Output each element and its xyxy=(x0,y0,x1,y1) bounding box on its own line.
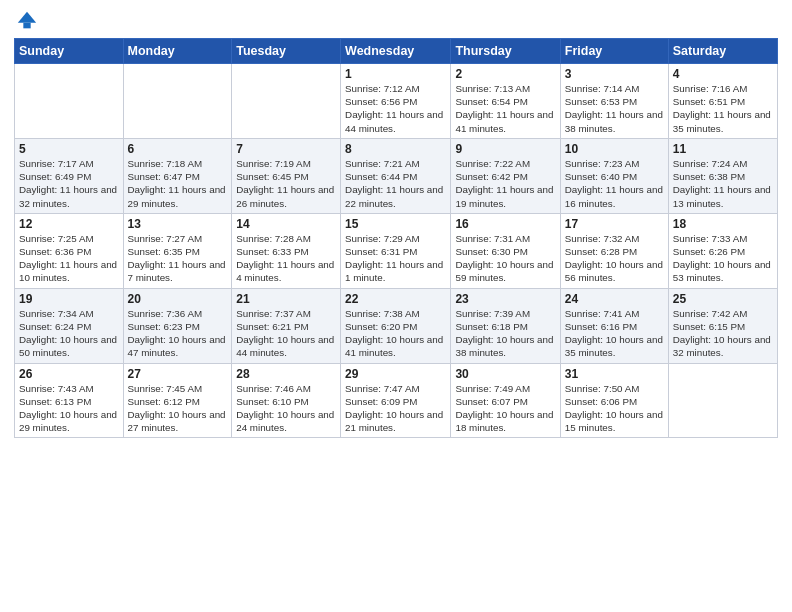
day-number: 23 xyxy=(455,292,555,306)
calendar-cell: 25Sunrise: 7:42 AM Sunset: 6:15 PM Dayli… xyxy=(668,288,777,363)
day-info: Sunrise: 7:14 AM Sunset: 6:53 PM Dayligh… xyxy=(565,82,664,135)
day-info: Sunrise: 7:50 AM Sunset: 6:06 PM Dayligh… xyxy=(565,382,664,435)
calendar-header-monday: Monday xyxy=(123,39,232,64)
day-info: Sunrise: 7:19 AM Sunset: 6:45 PM Dayligh… xyxy=(236,157,336,210)
calendar-cell: 17Sunrise: 7:32 AM Sunset: 6:28 PM Dayli… xyxy=(560,213,668,288)
calendar-header-tuesday: Tuesday xyxy=(232,39,341,64)
day-info: Sunrise: 7:43 AM Sunset: 6:13 PM Dayligh… xyxy=(19,382,119,435)
calendar-week-row: 19Sunrise: 7:34 AM Sunset: 6:24 PM Dayli… xyxy=(15,288,778,363)
day-info: Sunrise: 7:22 AM Sunset: 6:42 PM Dayligh… xyxy=(455,157,555,210)
calendar-cell xyxy=(232,64,341,139)
calendar-cell: 4Sunrise: 7:16 AM Sunset: 6:51 PM Daylig… xyxy=(668,64,777,139)
logo xyxy=(14,14,38,32)
calendar-cell: 16Sunrise: 7:31 AM Sunset: 6:30 PM Dayli… xyxy=(451,213,560,288)
calendar-cell: 5Sunrise: 7:17 AM Sunset: 6:49 PM Daylig… xyxy=(15,138,124,213)
day-number: 12 xyxy=(19,217,119,231)
day-number: 11 xyxy=(673,142,773,156)
day-number: 15 xyxy=(345,217,446,231)
day-number: 7 xyxy=(236,142,336,156)
day-info: Sunrise: 7:12 AM Sunset: 6:56 PM Dayligh… xyxy=(345,82,446,135)
day-number: 5 xyxy=(19,142,119,156)
calendar-cell: 27Sunrise: 7:45 AM Sunset: 6:12 PM Dayli… xyxy=(123,363,232,438)
calendar-cell: 7Sunrise: 7:19 AM Sunset: 6:45 PM Daylig… xyxy=(232,138,341,213)
calendar-cell: 15Sunrise: 7:29 AM Sunset: 6:31 PM Dayli… xyxy=(341,213,451,288)
day-number: 2 xyxy=(455,67,555,81)
day-info: Sunrise: 7:32 AM Sunset: 6:28 PM Dayligh… xyxy=(565,232,664,285)
calendar-cell xyxy=(123,64,232,139)
day-number: 1 xyxy=(345,67,446,81)
day-number: 10 xyxy=(565,142,664,156)
day-info: Sunrise: 7:41 AM Sunset: 6:16 PM Dayligh… xyxy=(565,307,664,360)
day-number: 3 xyxy=(565,67,664,81)
calendar-cell xyxy=(668,363,777,438)
day-number: 8 xyxy=(345,142,446,156)
day-number: 4 xyxy=(673,67,773,81)
day-number: 25 xyxy=(673,292,773,306)
calendar-week-row: 26Sunrise: 7:43 AM Sunset: 6:13 PM Dayli… xyxy=(15,363,778,438)
calendar-week-row: 12Sunrise: 7:25 AM Sunset: 6:36 PM Dayli… xyxy=(15,213,778,288)
day-number: 28 xyxy=(236,367,336,381)
calendar-cell: 20Sunrise: 7:36 AM Sunset: 6:23 PM Dayli… xyxy=(123,288,232,363)
calendar-cell: 30Sunrise: 7:49 AM Sunset: 6:07 PM Dayli… xyxy=(451,363,560,438)
calendar-cell: 21Sunrise: 7:37 AM Sunset: 6:21 PM Dayli… xyxy=(232,288,341,363)
calendar-header-saturday: Saturday xyxy=(668,39,777,64)
calendar-cell xyxy=(15,64,124,139)
day-info: Sunrise: 7:39 AM Sunset: 6:18 PM Dayligh… xyxy=(455,307,555,360)
day-info: Sunrise: 7:38 AM Sunset: 6:20 PM Dayligh… xyxy=(345,307,446,360)
day-number: 27 xyxy=(128,367,228,381)
day-info: Sunrise: 7:25 AM Sunset: 6:36 PM Dayligh… xyxy=(19,232,119,285)
day-info: Sunrise: 7:29 AM Sunset: 6:31 PM Dayligh… xyxy=(345,232,446,285)
day-number: 31 xyxy=(565,367,664,381)
logo-icon xyxy=(16,10,38,32)
day-info: Sunrise: 7:31 AM Sunset: 6:30 PM Dayligh… xyxy=(455,232,555,285)
day-number: 22 xyxy=(345,292,446,306)
day-info: Sunrise: 7:49 AM Sunset: 6:07 PM Dayligh… xyxy=(455,382,555,435)
calendar-cell: 10Sunrise: 7:23 AM Sunset: 6:40 PM Dayli… xyxy=(560,138,668,213)
calendar-cell: 26Sunrise: 7:43 AM Sunset: 6:13 PM Dayli… xyxy=(15,363,124,438)
day-number: 14 xyxy=(236,217,336,231)
calendar-cell: 6Sunrise: 7:18 AM Sunset: 6:47 PM Daylig… xyxy=(123,138,232,213)
calendar-header-wednesday: Wednesday xyxy=(341,39,451,64)
calendar-cell: 31Sunrise: 7:50 AM Sunset: 6:06 PM Dayli… xyxy=(560,363,668,438)
page-header xyxy=(14,10,778,32)
day-number: 18 xyxy=(673,217,773,231)
calendar-cell: 11Sunrise: 7:24 AM Sunset: 6:38 PM Dayli… xyxy=(668,138,777,213)
calendar-week-row: 5Sunrise: 7:17 AM Sunset: 6:49 PM Daylig… xyxy=(15,138,778,213)
day-info: Sunrise: 7:47 AM Sunset: 6:09 PM Dayligh… xyxy=(345,382,446,435)
day-number: 16 xyxy=(455,217,555,231)
day-info: Sunrise: 7:17 AM Sunset: 6:49 PM Dayligh… xyxy=(19,157,119,210)
day-number: 24 xyxy=(565,292,664,306)
day-info: Sunrise: 7:16 AM Sunset: 6:51 PM Dayligh… xyxy=(673,82,773,135)
calendar-table: SundayMondayTuesdayWednesdayThursdayFrid… xyxy=(14,38,778,438)
calendar-cell: 12Sunrise: 7:25 AM Sunset: 6:36 PM Dayli… xyxy=(15,213,124,288)
calendar-cell: 3Sunrise: 7:14 AM Sunset: 6:53 PM Daylig… xyxy=(560,64,668,139)
day-info: Sunrise: 7:28 AM Sunset: 6:33 PM Dayligh… xyxy=(236,232,336,285)
day-number: 30 xyxy=(455,367,555,381)
day-info: Sunrise: 7:42 AM Sunset: 6:15 PM Dayligh… xyxy=(673,307,773,360)
calendar-cell: 14Sunrise: 7:28 AM Sunset: 6:33 PM Dayli… xyxy=(232,213,341,288)
svg-marker-0 xyxy=(18,12,36,23)
day-info: Sunrise: 7:23 AM Sunset: 6:40 PM Dayligh… xyxy=(565,157,664,210)
svg-rect-1 xyxy=(23,23,30,29)
day-info: Sunrise: 7:27 AM Sunset: 6:35 PM Dayligh… xyxy=(128,232,228,285)
day-number: 9 xyxy=(455,142,555,156)
day-number: 17 xyxy=(565,217,664,231)
calendar-cell: 22Sunrise: 7:38 AM Sunset: 6:20 PM Dayli… xyxy=(341,288,451,363)
day-number: 20 xyxy=(128,292,228,306)
day-number: 29 xyxy=(345,367,446,381)
calendar-cell: 1Sunrise: 7:12 AM Sunset: 6:56 PM Daylig… xyxy=(341,64,451,139)
day-info: Sunrise: 7:24 AM Sunset: 6:38 PM Dayligh… xyxy=(673,157,773,210)
calendar-cell: 9Sunrise: 7:22 AM Sunset: 6:42 PM Daylig… xyxy=(451,138,560,213)
calendar-cell: 2Sunrise: 7:13 AM Sunset: 6:54 PM Daylig… xyxy=(451,64,560,139)
day-info: Sunrise: 7:45 AM Sunset: 6:12 PM Dayligh… xyxy=(128,382,228,435)
calendar-header-thursday: Thursday xyxy=(451,39,560,64)
day-info: Sunrise: 7:33 AM Sunset: 6:26 PM Dayligh… xyxy=(673,232,773,285)
day-info: Sunrise: 7:13 AM Sunset: 6:54 PM Dayligh… xyxy=(455,82,555,135)
calendar-header-row: SundayMondayTuesdayWednesdayThursdayFrid… xyxy=(15,39,778,64)
calendar-header-friday: Friday xyxy=(560,39,668,64)
calendar-cell: 18Sunrise: 7:33 AM Sunset: 6:26 PM Dayli… xyxy=(668,213,777,288)
day-info: Sunrise: 7:46 AM Sunset: 6:10 PM Dayligh… xyxy=(236,382,336,435)
day-number: 21 xyxy=(236,292,336,306)
calendar-header-sunday: Sunday xyxy=(15,39,124,64)
day-info: Sunrise: 7:18 AM Sunset: 6:47 PM Dayligh… xyxy=(128,157,228,210)
